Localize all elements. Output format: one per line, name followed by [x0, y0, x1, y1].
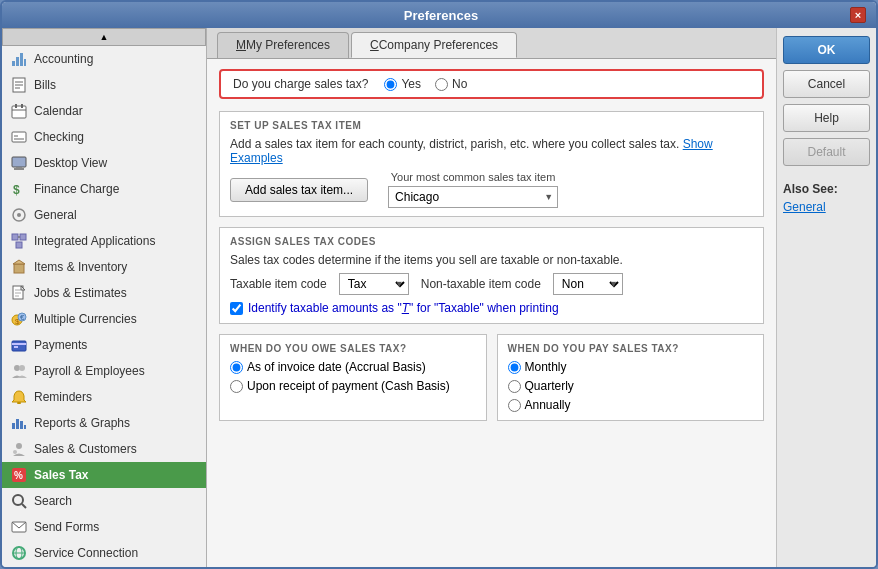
chicago-select[interactable]: Chicago Other	[388, 186, 558, 208]
sidebar: ▲ Accounting Bills Calendar	[2, 28, 207, 567]
svg-text:€: €	[20, 313, 25, 322]
sidebar-label-reports-graphs: Reports & Graphs	[34, 416, 130, 430]
quarterly-radio[interactable]	[508, 380, 521, 393]
cash-radio[interactable]	[230, 380, 243, 393]
sidebar-label-checking: Checking	[34, 130, 84, 144]
also-see-title: Also See:	[783, 182, 870, 196]
sidebar-label-desktop-view: Desktop View	[34, 156, 107, 170]
sidebar-item-finance-charge[interactable]: $ Finance Charge	[2, 176, 206, 202]
sales-tax-question-box: Do you charge sales tax? Yes No	[219, 69, 764, 99]
setup-section-title: SET UP SALES TAX ITEM	[230, 120, 753, 131]
annually-label: Annually	[525, 398, 571, 412]
svg-rect-23	[16, 242, 22, 248]
send-forms-icon	[10, 518, 28, 536]
main-area: MMy Preferences CCompany Preferences Do …	[207, 28, 776, 567]
sidebar-item-calendar[interactable]: Calendar	[2, 98, 206, 124]
accrual-radio[interactable]	[230, 361, 243, 374]
tab-company-preferences[interactable]: CCompany Preferences	[351, 32, 517, 58]
svg-point-47	[13, 450, 17, 454]
cancel-button[interactable]: Cancel	[783, 70, 870, 98]
sidebar-item-reports-graphs[interactable]: Reports & Graphs	[2, 410, 206, 436]
tab-my-preferences-label: MMy Preferences	[236, 38, 330, 52]
taxable-item-label: Taxable item code	[230, 277, 327, 291]
tax-codes-row: Taxable item code Tax Non-taxable item c…	[230, 273, 753, 295]
add-sales-tax-item-button[interactable]: Add sales tax item...	[230, 178, 368, 202]
pay-section-title: WHEN DO YOU PAY SALES TAX?	[508, 343, 754, 354]
sidebar-label-payments: Payments	[34, 338, 87, 352]
annually-option[interactable]: Annually	[508, 398, 754, 412]
quarterly-option[interactable]: Quarterly	[508, 379, 754, 393]
cash-option[interactable]: Upon receipt of payment (Cash Basis)	[230, 379, 476, 393]
sidebar-label-multiple-currencies: Multiple Currencies	[34, 312, 137, 326]
taxable-checkbox[interactable]	[230, 302, 243, 315]
monthly-option[interactable]: Monthly	[508, 360, 754, 374]
title-bar: Preferences ×	[2, 2, 876, 28]
sidebar-scroll-up[interactable]: ▲	[2, 28, 206, 46]
svg-text:%: %	[14, 470, 23, 481]
no-option[interactable]: No	[435, 77, 467, 91]
reports-graphs-icon	[10, 414, 28, 432]
sidebar-item-search[interactable]: Search	[2, 488, 206, 514]
svg-rect-38	[14, 346, 18, 348]
ok-button[interactable]: OK	[783, 36, 870, 64]
nontaxable-select[interactable]: Non	[553, 273, 623, 295]
calendar-icon	[10, 102, 28, 120]
default-button[interactable]: Default	[783, 138, 870, 166]
accrual-option[interactable]: As of invoice date (Accrual Basis)	[230, 360, 476, 374]
svg-rect-3	[24, 59, 26, 66]
no-radio[interactable]	[435, 78, 448, 91]
sidebar-item-integrated-applications[interactable]: Integrated Applications	[2, 228, 206, 254]
yes-option[interactable]: Yes	[384, 77, 421, 91]
taxable-checkbox-label: Identify taxable amounts as "T" for "Tax…	[248, 301, 559, 315]
svg-line-51	[22, 504, 26, 508]
pay-radio-stack: Monthly Quarterly Annually	[508, 360, 754, 412]
sidebar-label-items-inventory: Items & Inventory	[34, 260, 127, 274]
sales-tax-radio-group: Yes No	[384, 77, 467, 91]
owe-radio-stack: As of invoice date (Accrual Basis) Upon …	[230, 360, 476, 393]
setup-section: SET UP SALES TAX ITEM Add a sales tax it…	[219, 111, 764, 217]
sidebar-item-spelling[interactable]: ABC Spelling	[2, 566, 206, 567]
search-icon	[10, 492, 28, 510]
sidebar-item-payments[interactable]: Payments	[2, 332, 206, 358]
yes-radio[interactable]	[384, 78, 397, 91]
chicago-select-wrapper: Chicago Other	[388, 186, 558, 208]
sidebar-item-desktop-view[interactable]: Desktop View	[2, 150, 206, 176]
sidebar-item-sales-tax[interactable]: % Sales Tax	[2, 462, 206, 488]
close-button[interactable]: ×	[850, 7, 866, 23]
sidebar-label-jobs-estimates: Jobs & Estimates	[34, 286, 127, 300]
sidebar-item-checking[interactable]: Checking	[2, 124, 206, 150]
sidebar-item-service-connection[interactable]: Service Connection	[2, 540, 206, 566]
sidebar-item-items-inventory[interactable]: Items & Inventory	[2, 254, 206, 280]
sidebar-item-send-forms[interactable]: Send Forms	[2, 514, 206, 540]
svg-rect-44	[20, 421, 23, 429]
integrated-applications-icon	[10, 232, 28, 250]
preferences-dialog: Preferences × ▲ Accounting Bills	[0, 0, 878, 569]
sidebar-label-service-connection: Service Connection	[34, 546, 138, 560]
sidebar-item-payroll-employees[interactable]: Payroll & Employees	[2, 358, 206, 384]
desktop-view-icon	[10, 154, 28, 172]
svg-rect-2	[20, 53, 23, 66]
sidebar-item-bills[interactable]: Bills	[2, 72, 206, 98]
assign-section-title: ASSIGN SALES TAX CODES	[230, 236, 753, 247]
sidebar-item-reminders[interactable]: Reminders	[2, 384, 206, 410]
checking-icon	[10, 128, 28, 146]
sidebar-item-accounting[interactable]: Accounting	[2, 46, 206, 72]
also-see-general-link[interactable]: General	[783, 200, 826, 214]
sales-customers-icon	[10, 440, 28, 458]
sidebar-label-integrated-applications: Integrated Applications	[34, 234, 155, 248]
sidebar-item-sales-customers[interactable]: Sales & Customers	[2, 436, 206, 462]
monthly-radio[interactable]	[508, 361, 521, 374]
svg-rect-15	[12, 157, 26, 167]
svg-point-20	[17, 213, 21, 217]
no-label: No	[452, 77, 467, 91]
sidebar-item-general[interactable]: General	[2, 202, 206, 228]
checkbox-row: Identify taxable amounts as "T" for "Tax…	[230, 301, 753, 315]
sidebar-item-multiple-currencies[interactable]: $€ Multiple Currencies	[2, 306, 206, 332]
dialog-title: Preferences	[32, 8, 850, 23]
taxable-select[interactable]: Tax	[339, 273, 409, 295]
sidebar-item-jobs-estimates[interactable]: Jobs & Estimates	[2, 280, 206, 306]
assign-section: ASSIGN SALES TAX CODES Sales tax codes d…	[219, 227, 764, 324]
annually-radio[interactable]	[508, 399, 521, 412]
help-button[interactable]: Help	[783, 104, 870, 132]
tab-my-preferences[interactable]: MMy Preferences	[217, 32, 349, 58]
